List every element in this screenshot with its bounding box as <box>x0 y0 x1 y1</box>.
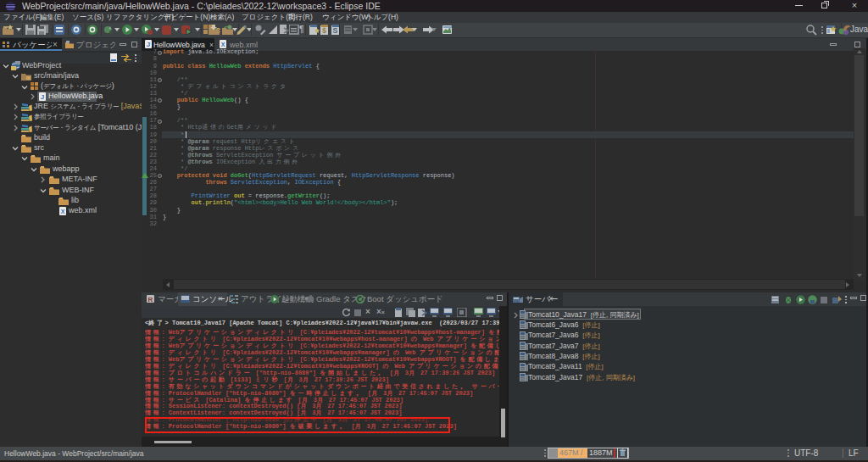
svg-text:J: J <box>41 93 44 101</box>
svg-text:R: R <box>148 296 153 303</box>
svg-text:X: X <box>61 209 65 214</box>
svg-text:$: $ <box>322 26 326 35</box>
svg-text:S: S <box>332 26 337 35</box>
svg-text:J: J <box>147 41 150 48</box>
svg-text:X: X <box>221 42 225 47</box>
